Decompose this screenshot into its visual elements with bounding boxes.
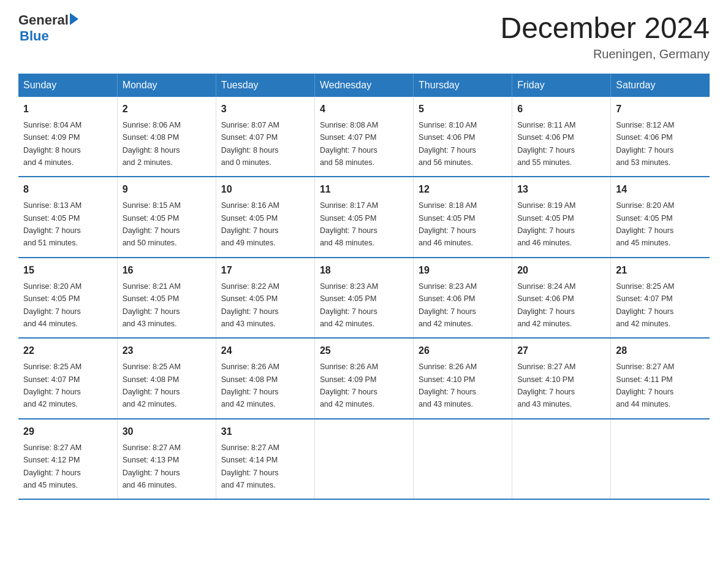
day-number: 31: [221, 424, 309, 439]
calendar-cell: 8 Sunrise: 8:13 AMSunset: 4:05 PMDayligh…: [18, 177, 117, 258]
day-number: 23: [123, 343, 211, 358]
weekday-header-wednesday: Wednesday: [314, 74, 413, 97]
day-number: 26: [419, 343, 507, 358]
calendar-cell: 4 Sunrise: 8:08 AMSunset: 4:07 PMDayligh…: [314, 97, 413, 177]
day-info: Sunrise: 8:27 AMSunset: 4:13 PMDaylight:…: [123, 443, 181, 489]
day-info: Sunrise: 8:25 AMSunset: 4:08 PMDaylight:…: [123, 362, 181, 408]
day-number: 21: [616, 263, 705, 278]
calendar-cell: 30 Sunrise: 8:27 AMSunset: 4:13 PMDaylig…: [117, 419, 216, 500]
day-info: Sunrise: 8:11 AMSunset: 4:06 PMDaylight:…: [517, 121, 575, 167]
calendar-cell: [512, 419, 611, 500]
week-row-5: 29 Sunrise: 8:27 AMSunset: 4:12 PMDaylig…: [18, 419, 710, 500]
day-info: Sunrise: 8:26 AMSunset: 4:09 PMDaylight:…: [320, 362, 378, 408]
calendar-cell: [611, 419, 710, 500]
weekday-header-friday: Friday: [512, 74, 611, 97]
day-info: Sunrise: 8:06 AMSunset: 4:08 PMDaylight:…: [123, 121, 181, 167]
location-text: Rueningen, Germany: [500, 47, 710, 61]
title-block: December 2024 Rueningen, Germany: [500, 12, 710, 61]
calendar-cell: 6 Sunrise: 8:11 AMSunset: 4:06 PMDayligh…: [512, 97, 611, 177]
weekday-header-row: SundayMondayTuesdayWednesdayThursdayFrid…: [18, 74, 710, 97]
day-info: Sunrise: 8:22 AMSunset: 4:05 PMDaylight:…: [221, 282, 279, 328]
calendar-cell: 22 Sunrise: 8:25 AMSunset: 4:07 PMDaylig…: [18, 338, 117, 419]
day-number: 1: [23, 102, 112, 117]
day-number: 20: [517, 263, 605, 278]
day-number: 28: [616, 343, 705, 358]
day-number: 15: [23, 263, 112, 278]
day-info: Sunrise: 8:26 AMSunset: 4:10 PMDaylight:…: [419, 362, 477, 408]
calendar-cell: 17 Sunrise: 8:22 AMSunset: 4:05 PMDaylig…: [216, 258, 314, 339]
calendar-cell: 12 Sunrise: 8:18 AMSunset: 4:05 PMDaylig…: [414, 177, 512, 258]
week-row-3: 15 Sunrise: 8:20 AMSunset: 4:05 PMDaylig…: [18, 258, 710, 339]
calendar-cell: [414, 419, 512, 500]
calendar-cell: 27 Sunrise: 8:27 AMSunset: 4:10 PMDaylig…: [512, 338, 611, 419]
day-info: Sunrise: 8:12 AMSunset: 4:06 PMDaylight:…: [616, 121, 674, 167]
day-number: 30: [123, 424, 211, 439]
page-header: General Blue December 2024 Rueningen, Ge…: [18, 12, 710, 61]
day-info: Sunrise: 8:19 AMSunset: 4:05 PMDaylight:…: [517, 201, 575, 247]
day-number: 4: [320, 102, 408, 117]
calendar-table: SundayMondayTuesdayWednesdayThursdayFrid…: [18, 74, 710, 500]
day-info: Sunrise: 8:20 AMSunset: 4:05 PMDaylight:…: [616, 201, 674, 247]
day-number: 5: [419, 102, 507, 117]
calendar-cell: 23 Sunrise: 8:25 AMSunset: 4:08 PMDaylig…: [117, 338, 216, 419]
day-info: Sunrise: 8:17 AMSunset: 4:05 PMDaylight:…: [320, 201, 378, 247]
month-title: December 2024: [500, 12, 710, 45]
calendar-cell: 20 Sunrise: 8:24 AMSunset: 4:06 PMDaylig…: [512, 258, 611, 339]
calendar-cell: 5 Sunrise: 8:10 AMSunset: 4:06 PMDayligh…: [414, 97, 512, 177]
day-info: Sunrise: 8:10 AMSunset: 4:06 PMDaylight:…: [419, 121, 477, 167]
day-info: Sunrise: 8:15 AMSunset: 4:05 PMDaylight:…: [123, 201, 181, 247]
day-number: 6: [517, 102, 605, 117]
weekday-header-thursday: Thursday: [414, 74, 512, 97]
logo-triangle-icon: [70, 13, 78, 25]
weekday-header-saturday: Saturday: [611, 74, 710, 97]
day-info: Sunrise: 8:27 AMSunset: 4:10 PMDaylight:…: [517, 362, 575, 408]
day-number: 2: [123, 102, 211, 117]
logo-blue-text: Blue: [20, 28, 49, 44]
day-info: Sunrise: 8:13 AMSunset: 4:05 PMDaylight:…: [23, 201, 82, 247]
logo: General Blue: [18, 12, 78, 44]
week-row-4: 22 Sunrise: 8:25 AMSunset: 4:07 PMDaylig…: [18, 338, 710, 419]
weekday-header-sunday: Sunday: [18, 74, 117, 97]
day-number: 12: [419, 182, 507, 197]
calendar-cell: 29 Sunrise: 8:27 AMSunset: 4:12 PMDaylig…: [18, 419, 117, 500]
weekday-header-tuesday: Tuesday: [216, 74, 314, 97]
calendar-cell: 2 Sunrise: 8:06 AMSunset: 4:08 PMDayligh…: [117, 97, 216, 177]
day-number: 29: [23, 424, 112, 439]
day-number: 14: [616, 182, 705, 197]
calendar-cell: 25 Sunrise: 8:26 AMSunset: 4:09 PMDaylig…: [314, 338, 413, 419]
day-number: 9: [123, 182, 211, 197]
calendar-cell: [314, 419, 413, 500]
day-number: 27: [517, 343, 605, 358]
calendar-cell: 28 Sunrise: 8:27 AMSunset: 4:11 PMDaylig…: [611, 338, 710, 419]
day-number: 17: [221, 263, 309, 278]
day-number: 22: [23, 343, 112, 358]
day-info: Sunrise: 8:24 AMSunset: 4:06 PMDaylight:…: [517, 282, 575, 328]
day-info: Sunrise: 8:23 AMSunset: 4:06 PMDaylight:…: [419, 282, 477, 328]
day-info: Sunrise: 8:23 AMSunset: 4:05 PMDaylight:…: [320, 282, 378, 328]
calendar-cell: 24 Sunrise: 8:26 AMSunset: 4:08 PMDaylig…: [216, 338, 314, 419]
day-number: 7: [616, 102, 705, 117]
day-info: Sunrise: 8:21 AMSunset: 4:05 PMDaylight:…: [123, 282, 181, 328]
week-row-2: 8 Sunrise: 8:13 AMSunset: 4:05 PMDayligh…: [18, 177, 710, 258]
day-number: 16: [123, 263, 211, 278]
weekday-header-monday: Monday: [117, 74, 216, 97]
day-number: 8: [23, 182, 112, 197]
day-number: 18: [320, 263, 408, 278]
day-info: Sunrise: 8:26 AMSunset: 4:08 PMDaylight:…: [221, 362, 279, 408]
calendar-cell: 1 Sunrise: 8:04 AMSunset: 4:09 PMDayligh…: [18, 97, 117, 177]
day-number: 19: [419, 263, 507, 278]
calendar-cell: 21 Sunrise: 8:25 AMSunset: 4:07 PMDaylig…: [611, 258, 710, 339]
calendar-cell: 7 Sunrise: 8:12 AMSunset: 4:06 PMDayligh…: [611, 97, 710, 177]
day-info: Sunrise: 8:08 AMSunset: 4:07 PMDaylight:…: [320, 121, 378, 167]
calendar-cell: 10 Sunrise: 8:16 AMSunset: 4:05 PMDaylig…: [216, 177, 314, 258]
day-info: Sunrise: 8:16 AMSunset: 4:05 PMDaylight:…: [221, 201, 279, 247]
calendar-cell: 19 Sunrise: 8:23 AMSunset: 4:06 PMDaylig…: [414, 258, 512, 339]
day-info: Sunrise: 8:04 AMSunset: 4:09 PMDaylight:…: [23, 121, 82, 167]
calendar-cell: 11 Sunrise: 8:17 AMSunset: 4:05 PMDaylig…: [314, 177, 413, 258]
calendar-cell: 3 Sunrise: 8:07 AMSunset: 4:07 PMDayligh…: [216, 97, 314, 177]
day-number: 3: [221, 102, 309, 117]
day-info: Sunrise: 8:18 AMSunset: 4:05 PMDaylight:…: [419, 201, 477, 247]
calendar-cell: 15 Sunrise: 8:20 AMSunset: 4:05 PMDaylig…: [18, 258, 117, 339]
day-number: 24: [221, 343, 309, 358]
day-number: 25: [320, 343, 408, 358]
